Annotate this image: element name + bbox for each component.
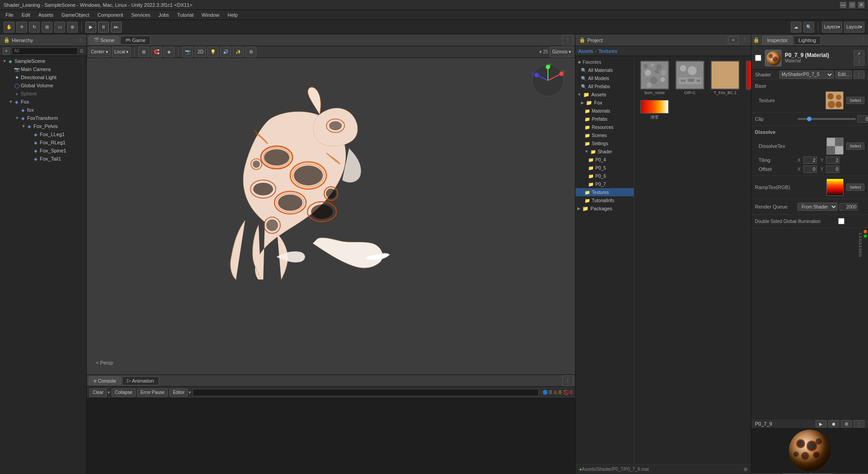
scene-fx-button[interactable]: ✨ — [233, 47, 244, 57]
zoom-slider-icon[interactable]: ⊞ — [744, 467, 747, 472]
menu-gameobject[interactable]: GameObject — [58, 11, 93, 19]
hierarchy-filter-icon[interactable]: ☰ — [80, 48, 84, 53]
project-folder-all-materials[interactable]: 🔍All Materials — [576, 66, 634, 74]
project-folder-scenes[interactable]: 📁Scenes — [576, 131, 634, 139]
base-texture-select-button[interactable]: Select — [846, 97, 864, 104]
grid-button[interactable]: ⊞ — [138, 47, 149, 57]
project-folder-materials[interactable]: 📁Materials — [576, 107, 634, 115]
preview-more-button[interactable]: ⋮ — [854, 420, 864, 427]
shader-edit-button[interactable]: Edit... — [835, 71, 852, 79]
render-queue-value[interactable] — [840, 203, 858, 210]
tiling-x-field[interactable] — [803, 156, 817, 164]
hierarchy-add-button[interactable]: + — [3, 47, 10, 55]
project-folder-textures[interactable]: 📁Textures — [576, 188, 634, 196]
project-folder-settings[interactable]: 📁Settings — [576, 139, 634, 147]
tab-inspector[interactable]: Inspector — [762, 36, 793, 45]
tiling-y-field[interactable] — [826, 156, 840, 164]
hierarchy-item-directionallight[interactable]: ☀ Directional Light — [0, 73, 86, 81]
hierarchy-item-foxlleg1[interactable]: ◈ Fox_LLeg1 — [0, 130, 86, 138]
tab-console[interactable]: ≡ Console — [89, 376, 121, 385]
dissolve-texture-thumb[interactable] — [826, 137, 844, 155]
step-button[interactable]: ⏭ — [111, 22, 122, 33]
bottom-more-button[interactable]: ⋮ — [562, 375, 573, 386]
project-folder-shader[interactable]: ▼ 📁Shader — [576, 147, 634, 156]
project-folder-prefabs[interactable]: 📁Prefabs — [576, 115, 634, 123]
project-folder-resources[interactable]: 📁Resources — [576, 123, 634, 131]
menu-component[interactable]: Component — [94, 11, 127, 19]
asset-item-untitled1[interactable]: 未标题-1 — [744, 60, 751, 97]
offset-y-field[interactable] — [826, 166, 840, 173]
layers-button[interactable]: Layers ▾ — [822, 22, 842, 33]
menu-jobs[interactable]: Jobs — [155, 11, 173, 19]
menu-assets[interactable]: Assets — [35, 11, 57, 19]
scene-cam-button[interactable]: 📷 — [182, 47, 193, 57]
local-mode-button[interactable]: Local ▾ — [112, 47, 131, 57]
layout-button[interactable]: Layout ▾ — [844, 22, 864, 33]
dissolve-select-button[interactable]: Select — [846, 142, 864, 150]
hierarchy-item-globalvolume[interactable]: ◯ Global Volume — [0, 81, 86, 90]
move-tool-button[interactable]: ✛ — [16, 22, 27, 33]
project-folder-all-prefabs[interactable]: 🔍All Prefabs — [576, 82, 634, 90]
tab-scene[interactable]: 🎬 Scene — [89, 36, 119, 45]
project-folder-fox[interactable]: ▶ 📁Fox — [576, 99, 634, 107]
editor-button[interactable]: Editor — [170, 389, 188, 397]
scene-nav-gizmo[interactable]: X Y Z — [530, 62, 566, 99]
hierarchy-item-foxpelvis[interactable]: ▼ ◈ Fox_Pelvis — [0, 122, 86, 130]
project-favorites-header[interactable]: ★ Favorites — [576, 58, 634, 66]
hand-tool-button[interactable]: ✋ — [4, 22, 14, 33]
menu-services[interactable]: Services — [127, 11, 154, 19]
center-mode-button[interactable]: Center ▾ — [89, 47, 110, 57]
clip-value-field[interactable] — [858, 115, 868, 123]
project-folder-tutorialinfo[interactable]: 📁TutorialInfo — [576, 196, 634, 204]
shader-more-button[interactable]: ⋮ — [854, 71, 864, 79]
hierarchy-item-maincamera[interactable]: 📷 Main Camera — [0, 65, 86, 73]
cloud-button[interactable]: ☁ — [791, 22, 802, 33]
hierarchy-item-samplescene[interactable]: ▼ ◈ SampleScene ⋮ — [0, 57, 86, 65]
offset-x-field[interactable] — [803, 166, 817, 173]
ramp-select-button[interactable]: Select — [846, 184, 864, 191]
clear-button[interactable]: Clear — [90, 389, 107, 397]
scene-light-button[interactable]: 💡 — [208, 47, 218, 57]
hierarchy-item-fox[interactable]: ▼ ◈ Fox — [0, 98, 86, 106]
hierarchy-more-icon[interactable]: ⋮ — [78, 37, 83, 43]
clip-slider[interactable] — [797, 118, 856, 120]
asset-item-burnnoise[interactable]: burn_noise — [638, 60, 671, 97]
preview-play-button[interactable]: ▶ — [816, 420, 826, 427]
asset-item-tfoxbc[interactable]: T_Fox_BC.1 — [708, 60, 742, 97]
project-folder-p07[interactable]: 📁P0_7 — [576, 180, 634, 188]
scene-view[interactable]: X Y Z < Persp — [87, 58, 575, 374]
tab-lighting[interactable]: Lighting — [793, 36, 821, 45]
pause-button[interactable]: ⏸ — [98, 22, 109, 33]
project-folder-all-models[interactable]: 🔍All Models — [576, 74, 634, 82]
hierarchy-item-fox-mesh[interactable]: ◈ fox — [0, 106, 86, 114]
hierarchy-item-foxtransform[interactable]: ▼ ◈ FoxTransform — [0, 114, 86, 122]
search-global-button[interactable]: 🔍 — [803, 22, 814, 33]
gizmo-button[interactable]: ◈ — [164, 47, 175, 57]
tab-animation[interactable]: ▷ Animation — [122, 376, 159, 385]
error-pause-button[interactable]: Error Pause — [137, 389, 168, 397]
clear-dropdown-icon[interactable]: ▾ — [108, 390, 110, 395]
editor-dropdown-icon[interactable]: ▾ — [189, 390, 191, 395]
shader-dropdown[interactable]: MyShader/P0_7_S — [779, 71, 834, 79]
close-button[interactable]: ✕ — [858, 2, 864, 8]
breadcrumb-assets[interactable]: Assets — [578, 48, 593, 54]
project-folder-p06[interactable]: 📁P0_6 — [576, 172, 634, 180]
project-add-button[interactable]: + — [728, 36, 739, 44]
project-folder-p05[interactable]: 📁P0_5 — [576, 164, 634, 172]
snap-button[interactable]: 🧲 — [151, 47, 162, 57]
base-texture-thumb[interactable] — [826, 91, 844, 109]
menu-help[interactable]: Help — [224, 11, 241, 19]
hierarchy-search-input[interactable] — [12, 47, 78, 55]
scene-settings-button[interactable]: ⚙ — [245, 47, 256, 57]
lock-icon[interactable]: 🔒 — [753, 37, 760, 43]
minimize-button[interactable]: — — [840, 2, 846, 8]
breadcrumb-textures[interactable]: Textures — [599, 48, 618, 54]
menu-file[interactable]: File — [2, 11, 17, 19]
asset-item-gradient[interactable]: 渐变 — [638, 99, 671, 121]
ramp-texture-thumb[interactable] — [826, 179, 844, 196]
double-sided-checkbox[interactable] — [838, 218, 844, 224]
rotate-tool-button[interactable]: ↻ — [29, 22, 40, 33]
hierarchy-item-foxtail1[interactable]: ◈ Fox_Tail1 — [0, 155, 86, 163]
render-queue-dropdown[interactable]: From Shader — [797, 203, 838, 211]
scene-more-button[interactable]: ⋮ — [562, 35, 573, 46]
